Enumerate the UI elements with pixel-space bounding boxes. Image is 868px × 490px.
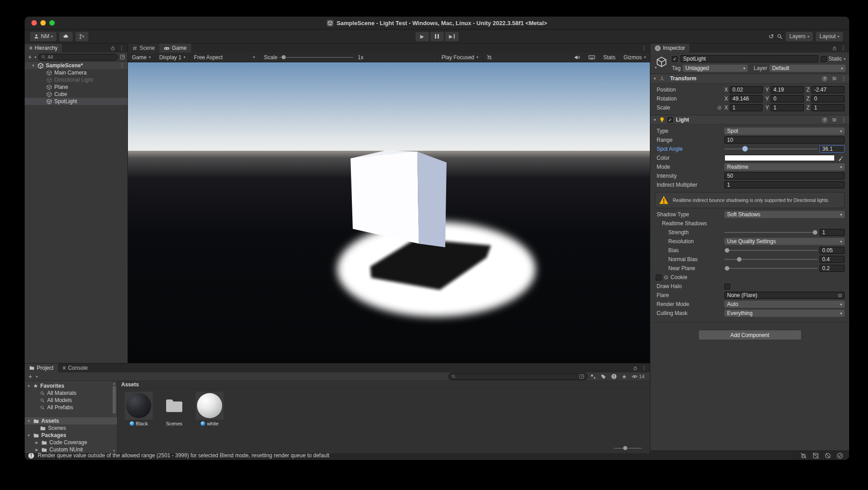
object-picker-icon[interactable]: ⊙ xyxy=(664,274,668,280)
lock-icon[interactable] xyxy=(633,366,638,371)
hierarchy-scene-row[interactable]: ▼ SampleScene* ⋮ xyxy=(25,62,127,69)
indirect-multiplier-field[interactable]: 1 xyxy=(724,181,845,188)
aspect-dropdown[interactable]: Free Aspect▾ xyxy=(190,52,259,62)
display-dropdown[interactable]: Display 1▾ xyxy=(155,52,190,62)
asset-item-black[interactable]: Black xyxy=(124,392,153,426)
transform-component-header[interactable]: ▼ Transform ? ⋮ xyxy=(650,74,849,83)
cookie-checkbox[interactable] xyxy=(656,275,662,280)
game-viewport[interactable] xyxy=(128,62,650,363)
tree-all-materials[interactable]: All Materials xyxy=(25,389,117,397)
hierarchy-item-plane[interactable]: Plane xyxy=(25,83,127,91)
asset-item-white[interactable]: white xyxy=(195,392,224,426)
active-checkbox[interactable]: ✓ xyxy=(672,56,678,62)
strength-slider[interactable] xyxy=(724,229,818,236)
rotation-z-field[interactable]: 0 xyxy=(811,95,845,102)
search-by-label-icon[interactable] xyxy=(601,374,606,380)
component-menu-icon[interactable]: ⋮ xyxy=(841,75,846,82)
tree-code-coverage[interactable]: ▶ Code Coverage xyxy=(25,439,117,446)
near-plane-slider[interactable] xyxy=(724,265,818,272)
tree-custom-nunit[interactable]: ▶ Custom NUnit xyxy=(25,446,117,453)
project-search-input[interactable] xyxy=(448,373,587,380)
hidden-items-toggle[interactable]: 14 xyxy=(631,373,644,380)
picker-icon[interactable] xyxy=(120,54,125,60)
panel-menu-icon[interactable]: ⋮ xyxy=(641,365,647,371)
layers-dropdown[interactable]: Layers ▾ xyxy=(786,32,813,41)
mode-dropdown[interactable]: Realtime▾ xyxy=(724,163,845,171)
tab-inspector[interactable]: i Inspector xyxy=(650,44,689,52)
lock-icon[interactable] xyxy=(832,46,837,51)
play-focused-dropdown[interactable]: Play Focused▾ xyxy=(437,52,483,62)
color-swatch[interactable] xyxy=(724,155,835,161)
undo-history-button[interactable]: ↺ xyxy=(768,33,774,40)
foldout-icon[interactable]: ▼ xyxy=(26,384,31,388)
scene-menu-icon[interactable]: ⋮ xyxy=(119,62,125,69)
panel-menu-icon[interactable]: ⋮ xyxy=(119,45,124,51)
scale-z-field[interactable]: 1 xyxy=(811,104,845,111)
pause-button[interactable] xyxy=(430,32,444,41)
stats-button[interactable]: Stats xyxy=(599,54,619,61)
culling-mask-dropdown[interactable]: Everything▾ xyxy=(724,310,845,317)
close-button[interactable] xyxy=(31,20,37,26)
chevron-down-icon[interactable]: ▾ xyxy=(35,55,36,59)
thumbnail-zoom-slider[interactable] xyxy=(614,446,642,451)
near-plane-field[interactable]: 0.2 xyxy=(820,265,845,272)
resolution-dropdown[interactable]: Use Quality Settings▾ xyxy=(724,238,845,245)
favorite-star-icon[interactable]: ★ xyxy=(622,373,627,380)
status-message[interactable]: Render queue value outside of the allowe… xyxy=(38,452,329,459)
draw-halo-checkbox[interactable] xyxy=(724,284,730,289)
gameobject-name-field[interactable]: SpotLight xyxy=(680,55,818,62)
console-message-icon[interactable]: ! xyxy=(28,453,34,459)
tab-hierarchy[interactable]: ≡ Hierarchy xyxy=(25,44,62,52)
hierarchy-item-spotlight[interactable]: SpotLight xyxy=(25,98,127,105)
debugger-disabled-icon[interactable] xyxy=(797,451,809,460)
position-x-field[interactable]: 0.02 xyxy=(730,86,763,93)
invalid-results-icon[interactable] xyxy=(611,373,617,380)
lock-icon[interactable] xyxy=(110,46,115,51)
flare-object-field[interactable]: None (Flare) ⊙ xyxy=(724,292,845,299)
minimize-button[interactable] xyxy=(40,20,46,26)
hierarchy-search-input[interactable]: All xyxy=(38,54,118,61)
gizmos-dropdown[interactable]: Gizmos▾ xyxy=(619,52,650,62)
display-target-dropdown[interactable]: Game▾ xyxy=(128,52,155,62)
bias-field[interactable]: 0.05 xyxy=(820,247,845,254)
tab-console[interactable]: ≡ Console xyxy=(58,363,92,372)
foldout-icon[interactable]: ▼ xyxy=(31,64,35,68)
step-button[interactable]: ▶ xyxy=(445,32,459,41)
light-type-dropdown[interactable]: Spot▾ xyxy=(724,127,845,135)
render-mode-dropdown[interactable]: Auto▾ xyxy=(724,301,845,308)
tree-all-prefabs[interactable]: All Prefabs xyxy=(25,404,117,411)
cloud-button[interactable] xyxy=(59,32,73,41)
tab-scene[interactable]: Scene xyxy=(128,44,159,52)
presets-icon[interactable] xyxy=(832,117,837,122)
light-component-header[interactable]: ▼ ✓ Light ? ⋮ xyxy=(650,115,849,125)
hierarchy-item-main-camera[interactable]: Main Camera xyxy=(25,69,127,76)
scrollbar-thumb[interactable] xyxy=(113,386,116,414)
tag-dropdown[interactable]: Untagged▾ xyxy=(683,65,748,72)
chevron-down-icon[interactable]: ▾ xyxy=(844,57,846,61)
search-button[interactable] xyxy=(777,34,783,39)
foldout-icon[interactable]: ▼ xyxy=(653,118,657,122)
scale-y-field[interactable]: 1 xyxy=(771,104,803,111)
chevron-down-icon[interactable]: ▾ xyxy=(36,375,38,379)
normal-bias-slider[interactable] xyxy=(724,256,818,263)
light-enabled-checkbox[interactable]: ✓ xyxy=(667,117,673,122)
help-icon[interactable]: ? xyxy=(822,76,828,82)
panel-menu-icon[interactable]: ⋮ xyxy=(841,45,846,51)
component-menu-icon[interactable]: ⋮ xyxy=(841,117,846,123)
tree-scrollbar[interactable]: ▲ ▼ xyxy=(111,381,117,453)
static-checkbox[interactable] xyxy=(821,56,827,62)
gameobject-icon[interactable]: ▾ xyxy=(654,55,669,69)
link-scale-icon[interactable]: ⊘ xyxy=(717,105,724,111)
rotation-y-field[interactable]: 0 xyxy=(771,95,803,102)
layer-dropdown[interactable]: Default▾ xyxy=(769,65,846,72)
shadow-type-dropdown[interactable]: Soft Shadows▾ xyxy=(724,211,845,218)
keyboard-icon[interactable] xyxy=(584,54,599,61)
help-icon[interactable]: ? xyxy=(822,117,828,123)
panel-menu-icon[interactable]: ⋮ xyxy=(641,45,647,51)
collab-offline-icon[interactable] xyxy=(821,451,833,460)
fullscreen-button[interactable] xyxy=(49,20,55,26)
tree-packages[interactable]: ▼ Packages xyxy=(25,432,117,439)
spot-angle-slider[interactable] xyxy=(724,145,818,153)
create-add-button[interactable]: ＋ xyxy=(27,372,33,381)
foldout-icon[interactable]: ▼ xyxy=(26,419,31,423)
